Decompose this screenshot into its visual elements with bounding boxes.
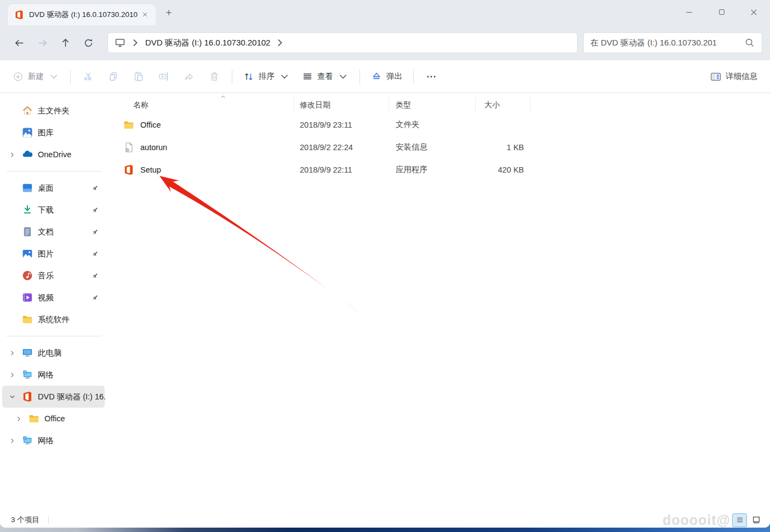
search-box[interactable]: 在 DVD 驱动器 (I:) 16.0.10730.201 bbox=[583, 32, 762, 53]
column-headers: 名称 修改日期 类型 大小 bbox=[123, 97, 757, 113]
column-header-date[interactable]: 修改日期 bbox=[294, 97, 389, 113]
paste-button[interactable] bbox=[126, 66, 151, 88]
sidebar-item[interactable]: Office bbox=[2, 408, 105, 430]
details-pane-label: 详细信息 bbox=[726, 71, 757, 82]
titlebar: DVD 驱动器 (I:) 16.0.10730.2010 bbox=[0, 0, 770, 25]
toolbar-divider bbox=[360, 70, 360, 84]
sidebar-item[interactable]: 图片 bbox=[2, 243, 105, 265]
file-date: 2018/9/9 23:11 bbox=[294, 121, 389, 129]
sidebar-item[interactable]: 桌面 bbox=[2, 177, 105, 199]
maximize-button[interactable] bbox=[705, 0, 738, 24]
plus-circle-icon bbox=[13, 71, 24, 82]
file-size: 1 KB bbox=[476, 143, 531, 152]
file-name-cell[interactable]: autorun bbox=[123, 142, 294, 153]
back-button[interactable] bbox=[8, 33, 31, 53]
gallery-icon bbox=[22, 127, 33, 138]
sidebar-item[interactable]: DVD 驱动器 (I:) 16. bbox=[2, 386, 105, 408]
details-view-toggle[interactable] bbox=[732, 513, 747, 527]
chevron-right-icon[interactable] bbox=[9, 371, 22, 379]
more-options-button[interactable] bbox=[419, 66, 444, 88]
file-type: 安装信息 bbox=[389, 142, 476, 152]
refresh-button[interactable] bbox=[77, 33, 100, 53]
chevron-right-icon[interactable] bbox=[15, 415, 28, 422]
sidebar-item[interactable]: 音乐 bbox=[2, 265, 105, 287]
search-input[interactable]: 在 DVD 驱动器 (I:) 16.0.10730.201 bbox=[590, 38, 740, 48]
sidebar-item[interactable]: 视频 bbox=[2, 287, 105, 308]
copy-button[interactable] bbox=[101, 66, 126, 88]
column-header-size[interactable]: 大小 bbox=[476, 97, 531, 113]
music-icon bbox=[22, 270, 33, 281]
rename-button[interactable] bbox=[151, 66, 176, 88]
thispc-icon bbox=[22, 347, 33, 358]
sidebar-item-label: 主文件夹 bbox=[38, 106, 70, 116]
explorer-tab[interactable]: DVD 驱动器 (I:) 16.0.10730.2010 bbox=[8, 4, 156, 25]
view-button[interactable]: 查看 bbox=[296, 66, 355, 88]
sidebar-section-divider bbox=[7, 171, 101, 171]
sidebar-item[interactable]: 主文件夹 bbox=[2, 100, 105, 122]
home-icon bbox=[22, 105, 33, 116]
file-row[interactable]: Setup2018/9/9 22:11应用程序420 KB bbox=[108, 158, 770, 181]
sidebar-item[interactable]: 网络 bbox=[2, 364, 105, 386]
details-pane-button[interactable]: 详细信息 bbox=[704, 66, 763, 88]
sidebar-item[interactable]: 文档 bbox=[2, 221, 105, 243]
details-panel-icon bbox=[710, 71, 721, 82]
close-button[interactable] bbox=[738, 0, 770, 24]
breadcrumb-chevron-icon[interactable] bbox=[275, 37, 286, 48]
file-row[interactable]: autorun2018/9/2 22:24安装信息1 KB bbox=[108, 136, 770, 158]
sidebar-item-label: 此电脑 bbox=[38, 348, 62, 358]
share-button[interactable] bbox=[176, 66, 202, 88]
file-row[interactable]: Office2018/9/9 23:11文件夹 bbox=[108, 113, 770, 136]
file-date: 2018/9/9 22:11 bbox=[294, 165, 389, 174]
chevron-right-icon[interactable] bbox=[9, 151, 22, 158]
up-button[interactable] bbox=[54, 33, 77, 53]
pin-icon bbox=[91, 206, 99, 214]
file-name-cell[interactable]: Setup bbox=[123, 164, 294, 175]
sidebar-item-label: DVD 驱动器 (I:) 16. bbox=[38, 392, 106, 402]
toolbar-divider bbox=[70, 70, 71, 84]
sidebar-item[interactable]: 网络 bbox=[2, 430, 105, 451]
sidebar-item-label: 网络 bbox=[38, 370, 54, 380]
chevron-right-icon[interactable] bbox=[9, 437, 22, 444]
file-type: 文件夹 bbox=[389, 119, 476, 130]
file-rows: Office2018/9/9 23:11文件夹autorun2018/9/2 2… bbox=[108, 113, 770, 181]
sidebar-item-label: 音乐 bbox=[38, 271, 54, 281]
search-icon[interactable] bbox=[744, 37, 755, 48]
desktop-background: DVD 驱动器 (I:) 16.0.10730.2010 bbox=[0, 0, 770, 532]
statusbar-divider bbox=[48, 516, 49, 524]
watermark: dooooit@ bbox=[663, 512, 731, 528]
breadcrumb[interactable]: DVD 驱动器 (I:) 16.0.10730.20102 bbox=[145, 38, 270, 48]
sidebar-item[interactable]: 下载 bbox=[2, 199, 105, 221]
sidebar-item-label: 文档 bbox=[38, 227, 54, 237]
forward-button[interactable] bbox=[31, 33, 54, 53]
chevron-right-icon[interactable] bbox=[9, 350, 22, 357]
pin-icon bbox=[91, 272, 99, 280]
sort-button[interactable]: 排序 bbox=[237, 66, 296, 88]
column-header-name[interactable]: 名称 bbox=[123, 97, 294, 113]
view-lines-icon bbox=[302, 71, 313, 82]
large-icons-view-toggle[interactable] bbox=[749, 513, 763, 527]
sidebar-item[interactable]: 此电脑 bbox=[2, 342, 105, 364]
breadcrumb-chevron-icon[interactable] bbox=[130, 37, 141, 48]
sidebar-section-divider bbox=[7, 336, 101, 336]
address-bar[interactable]: DVD 驱动器 (I:) 16.0.10730.20102 bbox=[107, 32, 578, 53]
file-size: 420 KB bbox=[476, 165, 531, 174]
sidebar-item[interactable]: OneDrive bbox=[2, 144, 105, 165]
office-disc-icon bbox=[22, 391, 33, 402]
file-name-cell[interactable]: Office bbox=[123, 119, 294, 130]
minimize-button[interactable] bbox=[673, 0, 705, 24]
chevron-down-icon[interactable] bbox=[9, 393, 22, 401]
sidebar-item[interactable]: 图库 bbox=[2, 122, 105, 144]
file-date: 2018/9/2 22:24 bbox=[294, 143, 389, 152]
column-header-type[interactable]: 类型 bbox=[389, 97, 476, 113]
this-pc-icon[interactable] bbox=[115, 37, 126, 48]
sidebar-item-label: Office bbox=[44, 414, 65, 423]
new-button[interactable]: 新建 bbox=[7, 66, 65, 88]
sidebar-item[interactable]: 系统软件 bbox=[2, 308, 105, 330]
network-icon bbox=[22, 369, 33, 380]
new-tab-button[interactable] bbox=[160, 4, 178, 21]
delete-button[interactable] bbox=[202, 66, 227, 88]
eject-button[interactable]: 弹出 bbox=[365, 66, 408, 88]
pin-icon bbox=[91, 184, 99, 192]
tab-close-button[interactable] bbox=[138, 8, 151, 21]
cut-button[interactable] bbox=[76, 66, 101, 88]
